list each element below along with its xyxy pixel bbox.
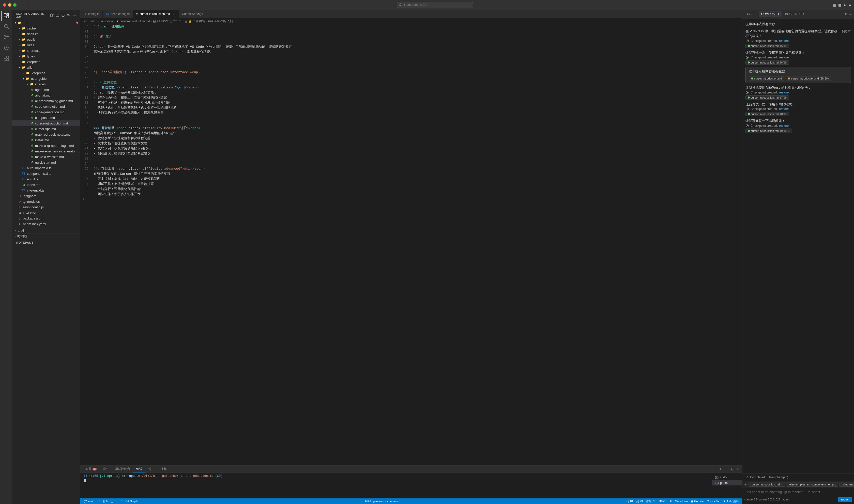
status-go-live[interactable]: ◉ Go Live bbox=[689, 499, 705, 504]
layout-button-3[interactable]: ⚙ bbox=[843, 3, 847, 7]
sidebar-item-pnpm-lock-yaml[interactable]: › ≡ pnpm-lock.yaml bbox=[12, 221, 80, 227]
sidebar-item-docs-zh[interactable]: › 📁 docs-zh bbox=[12, 31, 80, 37]
status-encoding[interactable]: UTF-8 bbox=[656, 499, 667, 504]
activity-extensions[interactable] bbox=[1, 53, 11, 64]
search-input[interactable] bbox=[397, 2, 473, 8]
restore-link[interactable]: restore bbox=[779, 56, 789, 59]
breadcrumb-item[interactable]: wiki bbox=[90, 20, 95, 23]
sidebar-item-src[interactable]: ▾ 📁 src bbox=[12, 20, 80, 25]
maximize-button[interactable] bbox=[13, 3, 17, 6]
new-file-icon[interactable] bbox=[50, 13, 54, 17]
sidebar-item-sentence-gen-md[interactable]: › M make-a-sentence-generator.md bbox=[12, 148, 80, 154]
plus-icon[interactable]: + bbox=[745, 482, 747, 486]
sidebar-item-license[interactable]: › ⊞ LICENSE bbox=[12, 210, 80, 215]
status-cursor-tab[interactable]: Cursor Tab bbox=[705, 499, 722, 504]
sidebar-item-wiki[interactable]: ▾ 📁 wiki bbox=[12, 65, 80, 70]
minimap-scrollbar[interactable] bbox=[740, 24, 742, 465]
status-errors[interactable]: ◎ 6 bbox=[101, 499, 109, 504]
restore-link[interactable]: restore bbox=[779, 39, 789, 43]
sidebar-item-agent-md[interactable]: › M agent.md bbox=[12, 87, 80, 92]
activity-source-control[interactable] bbox=[1, 32, 11, 42]
terminal-tab-output[interactable]: 输出 bbox=[100, 466, 112, 473]
breadcrumb-item[interactable]: user-guide bbox=[99, 20, 113, 23]
terminal-content[interactable]: 14:41:55 [vitepress] hmr update /wiki/us… bbox=[80, 473, 712, 499]
status-aide[interactable]: ★ Aide 消消 bbox=[722, 499, 740, 504]
status-line-ending[interactable]: LF bbox=[667, 499, 673, 504]
layout-button-1[interactable]: ▤ bbox=[833, 3, 836, 7]
sidebar-item-quick-start-md[interactable]: › M quick-start.md bbox=[12, 160, 80, 165]
status-spaces[interactable]: 空格: 3 bbox=[644, 499, 656, 504]
nav-forward-button[interactable]: → bbox=[28, 2, 34, 7]
sidebar-item-website-md[interactable]: › M make-a-website.md bbox=[12, 154, 80, 160]
activity-explorer[interactable] bbox=[1, 11, 11, 21]
sidebar-item-shortcuts[interactable]: › 📁 shortcuts bbox=[12, 48, 80, 53]
terminal-add-button[interactable]: + bbox=[718, 467, 722, 472]
tab-cursor-settings[interactable]: Cursor Settings bbox=[179, 10, 207, 18]
breadcrumb-item[interactable]: src bbox=[83, 20, 87, 23]
breadcrumb-item[interactable]: ### 基础功能 入门 bbox=[208, 19, 233, 23]
breadcrumb-item[interactable]: ✦ bbox=[116, 20, 119, 23]
terminal-up-button[interactable]: ∧ bbox=[729, 467, 734, 472]
sidebar-item-code-completion-md[interactable]: › M code-completion.md bbox=[12, 104, 80, 109]
status-language[interactable]: Markdown bbox=[673, 499, 689, 504]
chat-tab-chat[interactable]: CHAT bbox=[745, 11, 758, 17]
status-cursor-pos[interactable]: 行 81，列 23 bbox=[625, 499, 644, 504]
sidebar-item-composer-md[interactable]: › M composer.md bbox=[12, 115, 80, 121]
activity-run[interactable] bbox=[1, 43, 11, 53]
status-info[interactable]: ◇ 0 bbox=[117, 499, 124, 504]
terminal-tab-comments[interactable]: 注释 bbox=[158, 466, 170, 473]
status-warnings[interactable]: △ 1 bbox=[109, 499, 117, 504]
terminal-shell-pnpm[interactable]: pnpm bbox=[712, 480, 742, 485]
sidebar-item-dot-vitepress[interactable]: › 📁 .vitepress bbox=[12, 70, 80, 76]
sidebar-item-env-ts[interactable]: › TS env.d.ts bbox=[12, 176, 80, 182]
restore-link[interactable]: restore bbox=[779, 91, 789, 94]
sidebar-item-cache[interactable]: › 📁 cache bbox=[12, 25, 80, 31]
restore-link[interactable]: restore bbox=[779, 107, 789, 111]
sidebar-item-gitmodules[interactable]: › ⊙ .gitmodules bbox=[12, 199, 80, 204]
sidebar-item-grab-red-md[interactable]: › M grab-red-book-notes.md bbox=[12, 131, 80, 137]
sidebar-item-install-md[interactable]: › M install.md bbox=[12, 137, 80, 143]
chat-history-button[interactable]: ↺ bbox=[845, 12, 848, 16]
terminal-tab-ports[interactable]: 端口 bbox=[145, 466, 158, 473]
code-editor[interactable]: 54# Cursor 使用指南 71 72## 🚀 简介 73 74Cursor… bbox=[80, 24, 740, 465]
layout-button-2[interactable]: ▦ bbox=[838, 3, 841, 7]
breadcrumb-item[interactable]: ▤ # Cursor 使用指南 bbox=[153, 19, 181, 23]
chat-submit-button[interactable]: submit bbox=[838, 497, 852, 502]
sidebar-item-index-md[interactable]: › M index.md bbox=[12, 182, 80, 187]
terminal-tab-problems[interactable]: 问题 7 bbox=[82, 466, 100, 473]
sidebar-item-auto-imports-ts[interactable]: › TS auto-imports.d.ts bbox=[12, 165, 80, 171]
status-sync[interactable]: ↺ bbox=[96, 499, 101, 504]
sidebar-item-outline[interactable]: › 大纲 bbox=[12, 228, 80, 233]
breadcrumb-item[interactable]: cursor-introduction.md bbox=[120, 20, 150, 23]
terminal-tab-debug[interactable]: 调试控制台 bbox=[112, 466, 133, 473]
sidebar-item-gitignore[interactable]: › ⊙ .gitignore bbox=[12, 193, 80, 199]
chat-messages[interactable]: 提示框样式没有生效 在 VitePress 中，我们需要使用它的内置提示框类型。… bbox=[743, 19, 854, 473]
sidebar-item-eslint-js[interactable]: › JS eslint.config.js bbox=[12, 204, 80, 210]
chat-tab-composer[interactable]: COMPOSER bbox=[759, 11, 782, 17]
breadcrumb-item[interactable]: ▤ ✌ 主要功能 bbox=[184, 19, 205, 23]
sidebar-item-package-json[interactable]: › {} package.json bbox=[12, 215, 80, 221]
chat-tab-bug-finder[interactable]: BUG FINDER bbox=[783, 11, 806, 17]
status-git-graph[interactable]: Git Graph bbox=[124, 499, 139, 504]
sidebar-item-ai-prog-md[interactable]: › M ai-programming-guide.md bbox=[12, 98, 80, 104]
sidebar-item-timeline[interactable]: › 时间线 bbox=[12, 233, 80, 239]
more-icon[interactable] bbox=[72, 13, 76, 17]
close-button[interactable] bbox=[3, 3, 6, 6]
tab-cursor-intro-md[interactable]: M cursor-introduction.md ✕ bbox=[133, 10, 179, 18]
nav-back-button[interactable]: ← bbox=[21, 2, 26, 7]
terminal-more-button[interactable]: ··· bbox=[723, 467, 728, 472]
sidebar-item-components-ts[interactable]: › TS components.d.ts bbox=[12, 171, 80, 176]
sidebar-item-code-gen-md[interactable]: › M code-generation.md bbox=[12, 109, 80, 115]
terminal-tab-terminal[interactable]: 终端 bbox=[133, 466, 145, 473]
sidebar-item-cursor-intro-md[interactable]: › M cursor-introduction.md bbox=[12, 121, 80, 126]
layout-button-4[interactable]: ≡ bbox=[849, 3, 851, 7]
close-file-button[interactable]: ✕ bbox=[781, 483, 783, 486]
sidebar-item-ai-chat-md[interactable]: › M ai-chat.md bbox=[12, 92, 80, 98]
restore-link[interactable]: restore bbox=[779, 124, 789, 127]
chat-input[interactable] bbox=[746, 490, 851, 494]
sidebar-item-public[interactable]: › 📁 public bbox=[12, 37, 80, 42]
tab-config-ts[interactable]: TS config.ts bbox=[80, 10, 103, 18]
terminal-close-button[interactable]: ✕ bbox=[735, 467, 740, 472]
terminal-shell-sudo[interactable]: sudo bbox=[712, 475, 742, 480]
sidebar-item-cursor-tips-md[interactable]: › M cursor-tips.md bbox=[12, 126, 80, 131]
